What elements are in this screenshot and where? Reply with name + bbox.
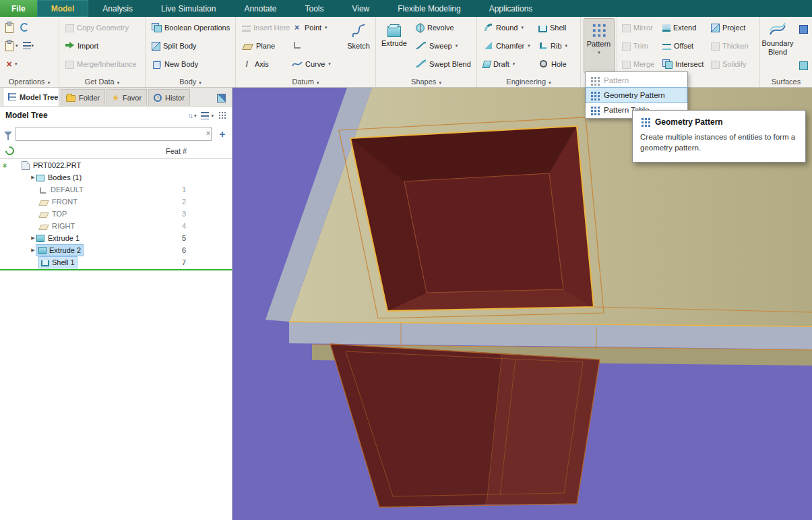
regenerate-icon[interactable]	[20, 23, 29, 32]
solidify-button[interactable]: Solidify	[708, 55, 757, 73]
draft-button[interactable]: Draft▾	[480, 55, 535, 73]
add-filter-button[interactable]: +	[217, 128, 228, 140]
tree-item-label: DEFAULT	[51, 185, 84, 194]
shapes-group-label[interactable]: Shapes ▾	[376, 78, 476, 86]
extrude-button[interactable]: Extrude	[376, 18, 412, 74]
delete-button[interactable]: ×▾	[4, 59, 18, 69]
tab-flexible-modeling[interactable]: Flexible Modeling	[383, 0, 474, 17]
lower-box-left-face[interactable]	[330, 344, 502, 507]
insert-here-button[interactable]: Insert Here	[239, 18, 288, 36]
lower-box-right-face[interactable]	[487, 353, 600, 504]
paste-special-icon	[5, 41, 13, 51]
chevron-down-icon: ▾	[199, 80, 201, 85]
datum-col-2: ×Point▾ Curve▾	[288, 18, 342, 73]
tree-row-shell-1[interactable]: Shell 1 7	[0, 256, 232, 268]
expand-arrow-icon[interactable]: ▶	[30, 235, 36, 241]
menu-item-pattern[interactable]: Pattern	[586, 73, 687, 88]
mirror-button[interactable]: Mirror	[619, 18, 659, 36]
tree-row-front-plane[interactable]: FRONT 2	[0, 196, 232, 208]
panel-tab-bar: Model Tree Folder ★Favor Histor	[0, 88, 232, 107]
tab-annotate[interactable]: Annotate	[230, 0, 290, 17]
point-button[interactable]: ×Point▾	[288, 18, 342, 36]
chevron-down-icon: ▾	[194, 113, 197, 118]
intersect-icon	[662, 59, 673, 69]
operations-group-label[interactable]: Operations ▾	[0, 78, 59, 86]
tree-row-right-plane[interactable]: RIGHT 4	[0, 220, 232, 232]
tab-tools[interactable]: Tools	[290, 0, 338, 17]
tab-model[interactable]: Model	[37, 0, 89, 17]
extend-button[interactable]: Extend	[659, 18, 708, 36]
shell-button[interactable]: Shell	[535, 18, 578, 36]
tree-row-top-plane[interactable]: TOP 3	[0, 208, 232, 220]
tab-favorites[interactable]: ★Favor	[106, 89, 147, 106]
import-button[interactable]: Import	[62, 36, 102, 55]
merge-button[interactable]: Merge	[619, 55, 659, 73]
sketch-icon	[350, 22, 367, 40]
tab-live-simulation[interactable]: Live Simulation	[147, 0, 230, 17]
sync-status-icon[interactable]	[3, 144, 15, 156]
get-data-group-label[interactable]: Get Data ▾	[59, 78, 145, 86]
tree-settings-button[interactable]	[218, 111, 226, 119]
model-tree-search-row: × +	[0, 124, 232, 143]
pattern-button[interactable]: Pattern ▾	[584, 18, 615, 74]
copy-geometry-button[interactable]: Copy Geometry	[62, 18, 132, 36]
tree-row-part[interactable]: ∗ PRT0022.PRT	[0, 159, 232, 171]
tree-row-default-csys[interactable]: DEFAULT 1	[0, 183, 232, 196]
curve-button[interactable]: Curve▾	[288, 55, 342, 73]
body-group-label[interactable]: Body ▾	[146, 78, 235, 86]
tab-file[interactable]: File	[0, 0, 37, 17]
datum-group-label[interactable]: Datum ▾	[236, 78, 375, 86]
paste-icon[interactable]	[5, 23, 13, 33]
trim-button[interactable]: Trim	[619, 36, 659, 55]
intersect-button[interactable]: Intersect	[659, 55, 708, 73]
tab-folder-browser[interactable]: Folder	[61, 89, 105, 106]
show-list-button[interactable]: ▾	[201, 112, 214, 119]
insertion-point-line[interactable]	[0, 269, 232, 270]
hole-button[interactable]: Hole	[535, 55, 578, 73]
search-input[interactable]	[15, 127, 212, 141]
chevron-down-icon: ▾	[15, 61, 18, 66]
revolve-button[interactable]: Revolve	[412, 18, 476, 36]
tab-analysis[interactable]: Analysis	[88, 0, 147, 17]
tree-row-bodies[interactable]: ▶ Bodies (1)	[0, 171, 232, 183]
sort-button[interactable]: ↑↓▾	[188, 112, 197, 119]
boundary-blend-button[interactable]: Boundary Blend	[760, 18, 795, 74]
tab-model-tree[interactable]: Model Tree	[3, 87, 59, 106]
thicken-button[interactable]: Thicken	[708, 36, 757, 55]
style-surface-button[interactable]	[795, 57, 812, 75]
rib-button[interactable]: Rib▾	[535, 36, 578, 55]
operations-list-button[interactable]: ▾	[23, 42, 34, 49]
coordinate-system-button[interactable]	[288, 36, 342, 55]
engineering-group-label[interactable]: Engineering ▾	[477, 78, 580, 86]
expand-arrow-icon[interactable]: ▶	[30, 175, 36, 180]
tree-row-extrude-2[interactable]: ▶ Extrude 2 6	[0, 244, 232, 256]
boolean-operations-button[interactable]: Boolean Operations	[148, 18, 233, 36]
tab-view[interactable]: View	[338, 0, 383, 17]
sweep-button[interactable]: Sweep▾	[412, 36, 476, 55]
offset-button[interactable]: Offset	[659, 36, 708, 55]
tab-history[interactable]: Histor	[148, 89, 190, 106]
round-button[interactable]: Round▾	[480, 18, 535, 36]
chamfer-button[interactable]: Chamfer▾	[480, 36, 535, 55]
fill-surface-button[interactable]	[795, 20, 812, 38]
solidify-icon	[711, 61, 720, 69]
sketch-button[interactable]: Sketch	[342, 18, 375, 74]
project-button[interactable]: Project	[708, 18, 757, 36]
new-body-button[interactable]: New Body	[148, 55, 201, 73]
surface-row2-spacer	[795, 38, 812, 57]
swept-blend-button[interactable]: Swept Blend	[412, 55, 476, 73]
clear-search-icon[interactable]: ×	[203, 129, 214, 138]
expand-arrow-icon[interactable]: ▶	[30, 248, 36, 253]
tab-applications[interactable]: Applications	[475, 0, 547, 17]
merge-inheritance-button[interactable]: Merge/Inheritance	[62, 55, 140, 73]
filter-funnel-icon[interactable]	[4, 132, 12, 136]
shell-floor[interactable]	[404, 173, 563, 293]
plane-button[interactable]: Plane	[239, 36, 288, 55]
menu-item-geometry-pattern[interactable]: Geometry Pattern	[586, 88, 687, 103]
surfaces-group-label[interactable]: Surfaces	[760, 78, 812, 86]
panel-swap-button[interactable]	[215, 90, 228, 106]
axis-button[interactable]: /Axis	[239, 55, 288, 73]
split-body-button[interactable]: Split Body	[148, 36, 200, 55]
tree-row-extrude-1[interactable]: ▶ Extrude 1 5	[0, 232, 232, 244]
paste-special-button[interactable]: ▾	[4, 40, 18, 51]
